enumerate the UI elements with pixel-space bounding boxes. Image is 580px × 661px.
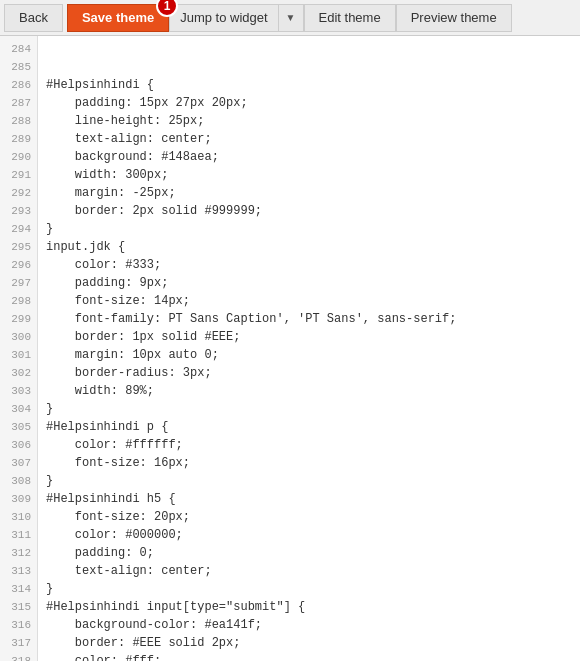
line-number: 295: [0, 238, 37, 256]
code-line: input.jdk {: [46, 238, 572, 256]
line-number: 315: [0, 598, 37, 616]
line-number: 296: [0, 256, 37, 274]
line-number: 302: [0, 364, 37, 382]
line-number: 284: [0, 40, 37, 58]
code-line: }: [46, 220, 572, 238]
chevron-down-icon: ▼: [278, 5, 303, 31]
line-number: 289: [0, 130, 37, 148]
line-number: 314: [0, 580, 37, 598]
code-line: background: #148aea;: [46, 148, 572, 166]
code-line: font-size: 16px;: [46, 454, 572, 472]
code-line: border: #EEE solid 2px;: [46, 634, 572, 652]
line-number: 311: [0, 526, 37, 544]
line-number: 318: [0, 652, 37, 661]
line-number: 290: [0, 148, 37, 166]
line-number: 305: [0, 418, 37, 436]
code-line: margin: -25px;: [46, 184, 572, 202]
line-number: 297: [0, 274, 37, 292]
code-line: font-size: 14px;: [46, 292, 572, 310]
code-content[interactable]: #Helpsinhindi { padding: 15px 27px 20px;…: [38, 36, 580, 661]
code-line: color: #ffffff;: [46, 436, 572, 454]
code-line: #Helpsinhindi {: [46, 76, 572, 94]
code-line: padding: 0;: [46, 544, 572, 562]
toolbar: Back Save theme 1 Jump to widget ▼ Edit …: [0, 0, 580, 36]
jump-to-widget-button[interactable]: Jump to widget ▼: [169, 4, 303, 32]
line-number: 308: [0, 472, 37, 490]
back-button[interactable]: Back: [4, 4, 63, 32]
code-line: width: 300px;: [46, 166, 572, 184]
code-line: color: #333;: [46, 256, 572, 274]
line-number: 306: [0, 436, 37, 454]
line-number: 301: [0, 346, 37, 364]
line-number: 312: [0, 544, 37, 562]
save-theme-label: Save theme: [82, 10, 154, 25]
code-line: padding: 15px 27px 20px;: [46, 94, 572, 112]
code-line: }: [46, 472, 572, 490]
line-number: 309: [0, 490, 37, 508]
code-line: padding: 9px;: [46, 274, 572, 292]
line-numbers: 2842852862872882892902912922932942952962…: [0, 36, 38, 661]
line-number: 287: [0, 94, 37, 112]
line-number: 285: [0, 58, 37, 76]
line-number: 291: [0, 166, 37, 184]
line-number: 317: [0, 634, 37, 652]
code-line: background-color: #ea141f;: [46, 616, 572, 634]
code-line: font-size: 20px;: [46, 508, 572, 526]
edit-theme-button[interactable]: Edit theme: [304, 4, 396, 32]
save-theme-button[interactable]: Save theme 1: [67, 4, 169, 32]
code-line: #Helpsinhindi input[type="submit"] {: [46, 598, 572, 616]
line-number: 293: [0, 202, 37, 220]
code-line: font-family: PT Sans Caption', 'PT Sans'…: [46, 310, 572, 328]
code-line: line-height: 25px;: [46, 112, 572, 130]
line-number: 300: [0, 328, 37, 346]
code-line: border: 1px solid #EEE;: [46, 328, 572, 346]
code-line: color: #000000;: [46, 526, 572, 544]
preview-theme-button[interactable]: Preview theme: [396, 4, 512, 32]
line-number: 286: [0, 76, 37, 94]
line-number: 298: [0, 292, 37, 310]
line-number: 310: [0, 508, 37, 526]
code-line: #Helpsinhindi h5 {: [46, 490, 572, 508]
line-number: 299: [0, 310, 37, 328]
code-line: #Helpsinhindi p {: [46, 418, 572, 436]
line-number: 294: [0, 220, 37, 238]
line-number: 303: [0, 382, 37, 400]
code-line: }: [46, 580, 572, 598]
line-number: 307: [0, 454, 37, 472]
line-number: 304: [0, 400, 37, 418]
line-number: 316: [0, 616, 37, 634]
code-line: text-align: center;: [46, 562, 572, 580]
line-number: 313: [0, 562, 37, 580]
line-number: 292: [0, 184, 37, 202]
code-line: border: 2px solid #999999;: [46, 202, 572, 220]
code-line: text-align: center;: [46, 130, 572, 148]
jump-label: Jump to widget: [170, 10, 277, 25]
code-line: width: 89%;: [46, 382, 572, 400]
code-editor: 2842852862872882892902912922932942952962…: [0, 36, 580, 661]
code-line: border-radius: 3px;: [46, 364, 572, 382]
code-line: color: #fff;: [46, 652, 572, 661]
line-number: 288: [0, 112, 37, 130]
code-line: margin: 10px auto 0;: [46, 346, 572, 364]
code-line: }: [46, 400, 572, 418]
